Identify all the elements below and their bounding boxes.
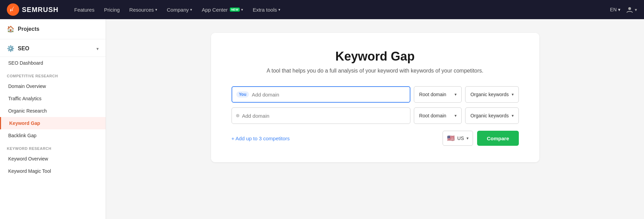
nav-app-center[interactable]: App Center NEW ▾ [198,5,247,15]
logo-text: SEMRUSH [22,6,58,14]
sidebar-keyword-research-label: KEYWORD RESEARCH [0,142,106,153]
organic-keywords-dropdown-1[interactable]: Organic keywords ▾ [465,86,518,103]
sidebar-item-domain-overview[interactable]: Domain Overview [0,80,106,92]
seo-chevron-icon: ▾ [96,46,99,51]
compare-button[interactable]: Compare [477,131,518,146]
gray-dot-icon [236,114,239,117]
keyword-gap-card: Keyword Gap A tool that helps you do a f… [211,33,539,162]
logo[interactable]: SEMRUSH [7,3,58,16]
us-flag-icon: 🇺🇸 [447,134,455,142]
seo-icon: ⚙️ [7,45,14,52]
seo-label: SEO [18,46,29,52]
sidebar-competitive-research-label: COMPETITIVE RESEARCH [0,69,106,80]
page-title: Keyword Gap [232,49,519,64]
nav-extra-tools[interactable]: Extra tools ▾ [249,5,284,15]
country-label: US [457,136,464,141]
user-icon [626,6,633,13]
domain-input-1[interactable] [252,92,406,98]
domain-input-wrapper-2[interactable] [232,107,411,124]
domain-row-1: You Root domain ▾ Organic keywords ▾ [232,86,519,103]
domain-input-2[interactable] [242,113,406,119]
domain-input-wrapper-1[interactable]: You [232,86,411,103]
home-icon: 🏠 [7,25,14,33]
top-navigation: SEMRUSH Features Pricing Resources ▾ Com… [0,0,644,19]
sidebar-item-seo-dashboard[interactable]: SEO Dashboard [0,57,106,69]
nav-features[interactable]: Features [71,5,98,15]
chevron-down-icon: ▾ [512,92,514,97]
nav-links: Features Pricing Resources ▾ Company ▾ A… [71,5,602,15]
sidebar-item-organic-research[interactable]: Organic Research [0,105,106,117]
domain-row-2: Root domain ▾ Organic keywords ▾ [232,107,519,124]
you-badge: You [236,91,249,98]
language-selector[interactable]: EN ▾ [610,7,620,12]
add-competitors-button[interactable]: + Add up to 3 competitors [232,136,290,141]
nav-pricing[interactable]: Pricing [101,5,123,15]
seo-section-left: ⚙️ SEO [7,45,29,52]
sidebar-seo-section[interactable]: ⚙️ SEO ▾ [0,39,106,57]
page-subtitle: A tool that helps you do a full analysis… [232,68,519,74]
sidebar: 🏠 Projects ⚙️ SEO ▾ SEO Dashboard COMPET… [0,19,106,219]
country-selector[interactable]: 🇺🇸 US ▾ [443,131,473,146]
chevron-down-icon: ▾ [455,92,457,97]
sidebar-item-keyword-magic-tool[interactable]: Keyword Magic Tool [0,165,106,177]
chevron-down-icon: ▾ [512,113,514,118]
svg-point-1 [628,7,631,10]
svg-point-0 [7,3,19,16]
root-domain-dropdown-2[interactable]: Root domain ▾ [414,107,462,124]
sidebar-item-keyword-overview[interactable]: Keyword Overview [0,153,106,165]
new-badge: NEW [230,8,240,12]
main-layout: 🏠 Projects ⚙️ SEO ▾ SEO Dashboard COMPET… [0,19,644,219]
main-content: Keyword Gap A tool that helps you do a f… [106,19,644,219]
sidebar-item-traffic-analytics[interactable]: Traffic Analytics [0,92,106,105]
footer-right: 🇺🇸 US ▾ Compare [443,131,518,146]
nav-right: EN ▾ ▾ [610,6,637,13]
sidebar-item-keyword-gap[interactable]: Keyword Gap [0,117,106,129]
nav-resources[interactable]: Resources ▾ [126,5,161,15]
sidebar-item-backlink-gap[interactable]: Backlink Gap [0,129,106,142]
projects-label: Projects [18,26,39,32]
chevron-down-icon: ▾ [466,136,469,141]
chevron-down-icon: ▾ [455,113,457,118]
root-domain-dropdown-1[interactable]: Root domain ▾ [414,86,462,103]
keyword-gap-footer: + Add up to 3 competitors 🇺🇸 US ▾ Compar… [232,131,519,146]
user-menu[interactable]: ▾ [626,6,637,13]
sidebar-projects[interactable]: 🏠 Projects [0,19,106,39]
semrush-logo-icon [7,3,19,16]
organic-keywords-dropdown-2[interactable]: Organic keywords ▾ [465,107,518,124]
nav-company[interactable]: Company ▾ [163,5,196,15]
